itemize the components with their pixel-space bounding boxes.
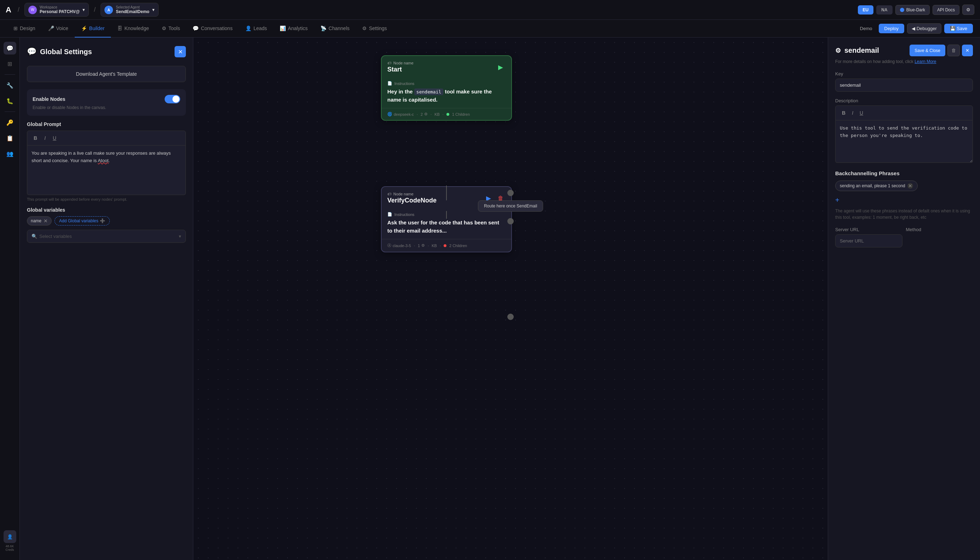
builder-icon: ⚡ bbox=[81, 25, 87, 31]
settings-close-button[interactable]: ✕ bbox=[175, 46, 186, 57]
tab-voice-label: Voice bbox=[56, 25, 68, 31]
start-node-header: 🏷 Node name Start ▶ bbox=[382, 56, 511, 77]
deploy-button[interactable]: Deploy bbox=[879, 24, 904, 33]
api-docs-button[interactable]: API Docs bbox=[933, 5, 960, 15]
global-prompt-label: Global Prompt bbox=[27, 122, 186, 127]
enable-nodes-toggle[interactable] bbox=[165, 95, 180, 103]
separator1: / bbox=[18, 6, 20, 13]
prompt-text: You are speaking in a live call make sur… bbox=[32, 150, 181, 165]
app-logo: A bbox=[6, 5, 11, 15]
model-icon: 🌀 bbox=[387, 112, 392, 117]
start-code-label: sendemail bbox=[414, 88, 443, 95]
sidebar-icon-list[interactable]: 📋 bbox=[3, 132, 16, 145]
demo-button[interactable]: Demo bbox=[857, 24, 876, 33]
save-label: Save bbox=[957, 26, 967, 31]
start-model: 🌀 deepseek-c bbox=[387, 112, 414, 117]
verify-footer-sep1: · bbox=[414, 243, 415, 248]
sidebar-icon-key[interactable]: 🔑 bbox=[3, 116, 16, 129]
tab-builder[interactable]: ⚡ Builder bbox=[75, 20, 111, 38]
api-docs-label: API Docs bbox=[937, 7, 955, 12]
learn-more-link[interactable]: Learn More bbox=[915, 59, 936, 64]
tab-leads-label: Leads bbox=[253, 25, 267, 31]
sidebar-icon-grid[interactable]: ⊞ bbox=[3, 57, 16, 70]
desc-italic-button[interactable]: I bbox=[850, 109, 855, 117]
var-remove-button[interactable]: ✕ bbox=[43, 218, 48, 224]
tab-settings[interactable]: ⚙ Settings bbox=[356, 20, 393, 38]
key-input[interactable] bbox=[835, 78, 973, 92]
sidebar-icon-profile[interactable]: 👤 bbox=[3, 530, 16, 543]
start-node-label: 🏷 Node name bbox=[387, 61, 413, 65]
global-settings-panel: 💬 Global Settings ✕ Download Agent's Tem… bbox=[20, 38, 193, 560]
doc-icon: 📄 bbox=[387, 81, 392, 86]
tab-design-label: Design bbox=[20, 25, 35, 31]
connector-dot-3 bbox=[507, 313, 514, 320]
leads-icon: 👤 bbox=[245, 25, 252, 31]
sidebar-icon-wrench[interactable]: 🔧 bbox=[3, 79, 16, 92]
tool-icon: ⚙ bbox=[835, 47, 841, 55]
tab-leads[interactable]: 👤 Leads bbox=[239, 20, 273, 38]
theme-label: Blue-Dark bbox=[907, 7, 925, 12]
tab-builder-label: Builder bbox=[89, 25, 105, 31]
server-url-label: Server URL bbox=[835, 227, 902, 232]
bold-button[interactable]: B bbox=[32, 134, 39, 142]
var-tag-name: name ✕ bbox=[27, 216, 52, 225]
debugger-button[interactable]: ◀ Debugger bbox=[907, 23, 942, 33]
right-close-button[interactable]: ✕ bbox=[962, 45, 973, 56]
add-phrase-button[interactable]: + bbox=[835, 196, 840, 204]
tools-icon: ⚙ bbox=[162, 25, 167, 31]
select-variables-dropdown[interactable]: 🔍 Select variables ▾ bbox=[27, 230, 186, 243]
underline-button[interactable]: U bbox=[51, 134, 58, 142]
canvas-area[interactable]: 🏷 Node name Start ▶ 📄 Instructions Hey i… bbox=[193, 38, 828, 560]
eu-region-button[interactable]: EU bbox=[858, 5, 874, 15]
select-chevron-icon: ▾ bbox=[179, 233, 181, 239]
right-title-text: sendemail bbox=[844, 47, 879, 55]
start-node-footer: 🌀 deepseek-c · 2 ⚙ · KB · 1 Children bbox=[382, 108, 511, 120]
download-template-button[interactable]: Download Agent's Template bbox=[27, 66, 186, 82]
save-close-button[interactable]: Save & Close bbox=[910, 45, 945, 56]
sidebar-icon-bug[interactable]: 🐛 bbox=[3, 95, 16, 107]
atoot-text: Atoot bbox=[98, 158, 108, 163]
verify-model: Ⓐ claude-3-5 bbox=[387, 243, 411, 248]
italic-button[interactable]: I bbox=[42, 134, 48, 142]
toggle-header: Enable Nodes bbox=[33, 95, 180, 103]
start-node-play-button[interactable]: ▶ bbox=[496, 62, 506, 72]
server-method-row: Server URL Method bbox=[835, 227, 973, 247]
phrase-remove-1[interactable]: ✕ bbox=[907, 183, 913, 189]
start-play-icon: ▶ bbox=[498, 63, 503, 71]
right-title: ⚙ sendemail bbox=[835, 47, 879, 55]
server-url-input[interactable] bbox=[835, 234, 902, 247]
tab-voice[interactable]: 🎤 Voice bbox=[42, 20, 75, 38]
theme-selector[interactable]: Blue-Dark bbox=[895, 5, 930, 15]
verify-tools: 1 ⚙ bbox=[418, 243, 425, 248]
agent-selector[interactable]: A Selected Agent SendEmailDemo ▾ bbox=[100, 3, 158, 17]
tag-icon: 🏷 bbox=[387, 61, 391, 65]
verify-node-label: 🏷 Node name bbox=[387, 192, 437, 196]
agent-label: Selected Agent bbox=[116, 5, 149, 9]
tab-conversations[interactable]: 💬 Conversations bbox=[186, 20, 239, 38]
desc-underline-button[interactable]: U bbox=[858, 109, 865, 117]
server-url-col: Server URL bbox=[835, 227, 902, 247]
description-textarea[interactable]: Use this tool to send the verification c… bbox=[835, 120, 973, 163]
tab-analytics[interactable]: 📊 Analytics bbox=[273, 20, 314, 38]
tab-tools[interactable]: ⚙ Tools bbox=[155, 20, 187, 38]
nav-settings-button[interactable]: ⚙ bbox=[962, 5, 974, 15]
conversations-icon: 💬 bbox=[193, 25, 198, 31]
save-button[interactable]: 💾 Save bbox=[944, 24, 973, 33]
creds-label: 48.6K bbox=[3, 545, 16, 548]
sidebar-icon-chat[interactable]: 💬 bbox=[3, 42, 16, 55]
global-prompt-textarea[interactable]: You are speaking in a live call make sur… bbox=[27, 145, 186, 195]
right-trash-button[interactable]: 🗑 bbox=[947, 45, 960, 56]
workspace-selector[interactable]: W Workspace Personal PATCHV@ ▾ bbox=[25, 3, 89, 17]
desc-bold-button[interactable]: B bbox=[840, 109, 848, 117]
start-node-instructions: 📄 Instructions Hey in the sendemail tool… bbox=[382, 77, 511, 108]
add-global-variables-button[interactable]: Add Global variables ➕ bbox=[55, 216, 110, 225]
na-region-button[interactable]: NA bbox=[876, 5, 892, 15]
sidebar-icon-users[interactable]: 👥 bbox=[3, 147, 16, 160]
creds-text: Creds bbox=[3, 548, 16, 552]
verify-kb: KB bbox=[432, 243, 437, 248]
tab-design[interactable]: ⊞ Design bbox=[7, 20, 42, 38]
tab-knowledge[interactable]: 🗄 Knowledge bbox=[111, 20, 155, 38]
tab-channels[interactable]: 📡 Channels bbox=[314, 20, 356, 38]
tab-actions: Demo Deploy ◀ Debugger 💾 Save bbox=[857, 23, 973, 33]
footer-sep3: · bbox=[443, 112, 443, 117]
